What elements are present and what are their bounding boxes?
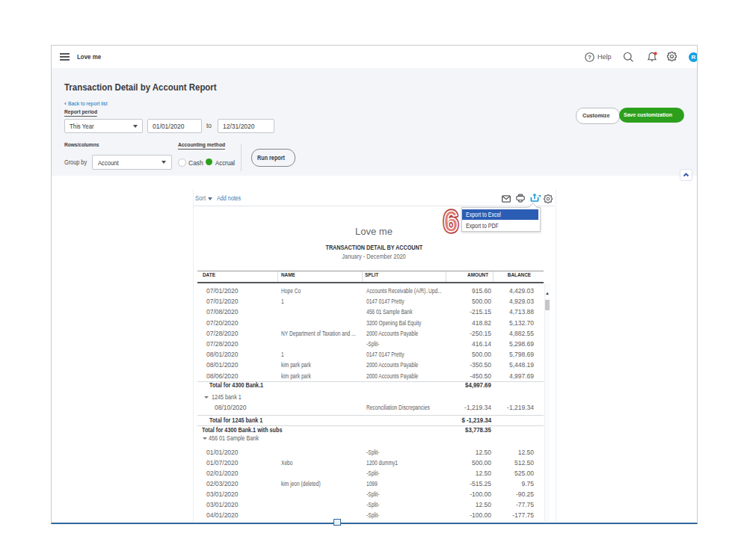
svg-text:?: ? xyxy=(588,54,591,61)
